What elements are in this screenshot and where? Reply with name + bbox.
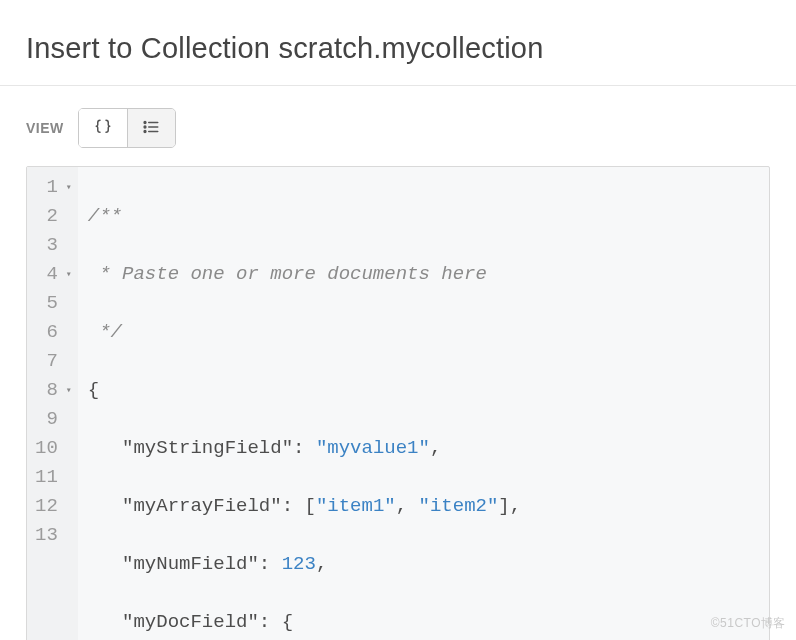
view-toolbar: VIEW [0, 86, 796, 166]
dialog-title: Insert to Collection scratch.mycollectio… [0, 0, 796, 85]
braces-icon [94, 118, 112, 139]
json-editor[interactable]: 1▾ 2 3 4▾ 5 6 7 8▾ 9 10 11 12 13 /** * P… [26, 166, 770, 640]
watermark: ©51CTO博客 [711, 615, 786, 632]
view-json-button[interactable] [79, 109, 127, 147]
fold-icon[interactable]: ▾ [62, 260, 72, 289]
svg-point-0 [144, 121, 146, 123]
fold-icon[interactable]: ▾ [62, 173, 72, 202]
view-list-button[interactable] [127, 109, 175, 147]
fold-icon[interactable]: ▾ [62, 376, 72, 405]
line-number-gutter: 1▾ 2 3 4▾ 5 6 7 8▾ 9 10 11 12 13 [27, 167, 78, 640]
view-mode-group [78, 108, 176, 148]
code-area[interactable]: /** * Paste one or more documents here *… [78, 167, 531, 640]
view-label: VIEW [26, 120, 64, 136]
svg-point-1 [144, 126, 146, 128]
svg-point-2 [144, 130, 146, 132]
list-icon [142, 118, 160, 139]
